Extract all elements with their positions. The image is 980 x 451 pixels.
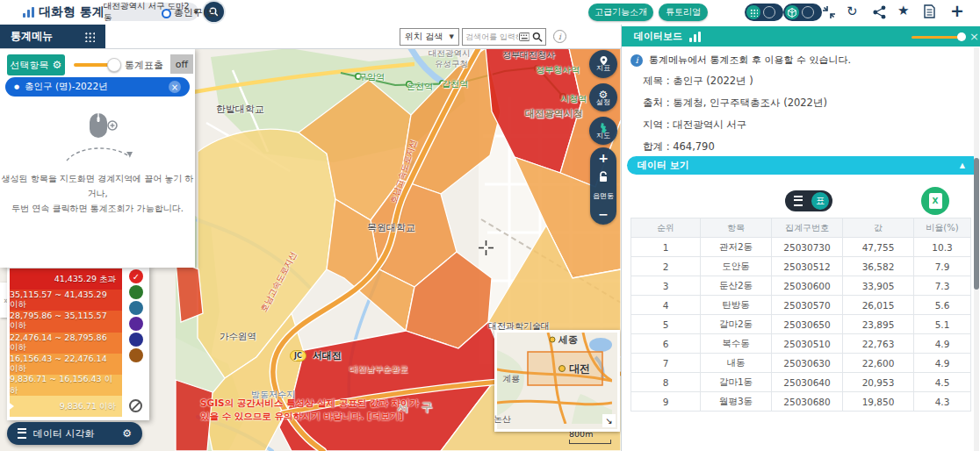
table-row[interactable]: 1관저2동2503073047,75510.3 <box>631 238 971 257</box>
advanced-features-button[interactable]: 고급기능소개 <box>588 4 653 21</box>
zoom-in-button[interactable]: + <box>598 153 609 163</box>
search-placeholder: 검색어를 입력해주세요 <box>465 32 518 43</box>
list-icon <box>18 428 26 439</box>
map-disclaimer: SGIS의 공간서비스 특성상 실제 공표된 값과 차이가 있을 수 있으므로 … <box>200 397 419 423</box>
databoard-header: 데이터보드 × <box>622 26 980 47</box>
map-label-gov-complex: 정부대전청사 <box>502 49 555 61</box>
list-table-toggle[interactable]: 표 <box>785 190 832 211</box>
map-scale-bar <box>569 440 611 444</box>
gear-icon: ⚙ <box>122 428 132 439</box>
map-label-hanbat-univ: 한밭대학교 <box>216 103 264 116</box>
minimap-label-sejong: 세종 <box>558 333 578 347</box>
table-row[interactable]: 6복수동2503051022,7634.9 <box>631 334 971 354</box>
add-icon[interactable]: + <box>950 1 964 20</box>
minimap-collapse-button[interactable]: ↘ <box>602 414 616 427</box>
minimap-label-gyeryong: 계룡 <box>502 373 520 385</box>
menu-grid-icon <box>84 32 95 42</box>
table-row[interactable]: 4탄방동2503057026,0155.6 <box>631 296 971 315</box>
excel-download-button[interactable]: X <box>921 187 949 215</box>
search-input[interactable]: 검색어를 입력해주세요 <box>462 28 546 46</box>
map-label-mokwon-univ: 목원대학교 <box>367 221 415 234</box>
selected-items-button[interactable]: 선택항목 ⚙ <box>7 54 65 75</box>
palette-navy[interactable] <box>129 333 143 347</box>
chevron-down-icon: ▼ <box>450 33 454 40</box>
current-indicator-label: 총인구(명) <box>174 6 220 19</box>
table-row[interactable]: 5갈마2동2503065023,8955.1 <box>631 315 971 334</box>
map-label-oncheon-station: 온천역 <box>407 81 433 93</box>
minimap[interactable]: 세종 대전 계룡 논산 ↘ <box>494 330 620 432</box>
top-header: 대화형 통계지도 대전광역시 서구 도마2동 ▼ 고급기능소개 튜토리얼 ↻ ★… <box>0 0 980 25</box>
legend-class-6[interactable]: 9,836.71 ~ 16,156.43 이하 <box>10 375 122 396</box>
zoom-out-button[interactable]: − <box>598 209 609 219</box>
map-indicator-button[interactable]: 지표 <box>589 50 617 78</box>
legend-class-2[interactable]: 35,115.57 ~ 41,435.29 이하 <box>10 290 122 311</box>
legend-class-3[interactable]: 28,795.86 ~ 35,115.57 이하 <box>10 311 122 332</box>
map-label-seodaejeon-jc: 서대전 <box>313 349 342 362</box>
opacity-slider-knob[interactable] <box>107 58 121 72</box>
table-header-row: 순위 항목 집계구번호 값 비율(%) <box>631 218 971 238</box>
zoom-level-label: 읍면동 <box>593 191 614 201</box>
stat-display-toggle[interactable]: off <box>170 54 193 74</box>
map-label-guam-station: 구암역 <box>358 71 385 83</box>
no-color-icon[interactable] <box>129 399 142 412</box>
indicator-radio[interactable] <box>162 9 171 18</box>
databoard-panel: 데이터보드 × i 통계메뉴에서 통계조회 후 이용할 수 있습니다. 제목 :… <box>621 25 980 451</box>
drag-mouse-illustration <box>58 111 139 166</box>
palette-purple[interactable] <box>129 317 143 331</box>
table-row[interactable]: 2도안동2503051236,5827.9 <box>631 257 971 276</box>
zoom-control[interactable]: + 읍면동 − <box>590 147 616 225</box>
palette-red-selected[interactable]: ✓ <box>129 269 143 283</box>
info-icon[interactable]: i <box>553 30 566 43</box>
remove-item-icon[interactable]: × <box>169 81 181 93</box>
databoard-notice: i 통계메뉴에서 통계조회 후 이용할 수 있습니다. <box>631 54 851 67</box>
map-basemap-button[interactable]: 지도 <box>589 117 617 145</box>
table-row[interactable]: 8갈마1동2503064020,9534.5 <box>631 373 971 392</box>
chart-icon <box>689 32 702 42</box>
app-logo-icon <box>23 7 35 18</box>
panel-width-slider[interactable] <box>912 36 962 39</box>
info-icon: i <box>631 54 643 67</box>
choropleth-legend: 41,435.29 초과 35,115.57 ~ 41,435.29 이하 28… <box>7 266 149 420</box>
table-row[interactable]: 7내동2503063022,6004.9 <box>631 354 971 373</box>
tutorial-button[interactable]: 튜토리얼 <box>659 4 708 21</box>
stats-table: 순위 항목 집계구번호 값 비율(%) 1관저2동2503073047,7551… <box>631 218 971 412</box>
search-category-select[interactable]: 위치 검색 ▼ <box>400 28 459 46</box>
report-document-icon[interactable] <box>924 4 935 18</box>
scrollbar-thumb[interactable] <box>974 158 979 290</box>
map-3d-toggle[interactable] <box>783 4 822 21</box>
data-visualize-button[interactable]: 데이터 시각화 ⚙ <box>7 422 142 445</box>
refresh-icon[interactable]: ↻ <box>847 4 858 19</box>
keyboard-icon[interactable] <box>519 32 530 41</box>
table-mode-badge: 표 <box>811 192 829 210</box>
map-label-cityhall: 대전광역시청 <box>525 107 583 120</box>
palette-green[interactable] <box>129 285 143 299</box>
palette-blue[interactable] <box>129 301 143 315</box>
map-settings-button[interactable]: ⚙ 설정 <box>589 83 617 111</box>
collapse-screen-icon[interactable] <box>822 5 836 19</box>
map-2d-toggle[interactable] <box>745 4 783 21</box>
excel-icon: X <box>929 193 942 209</box>
meta-total: 합계 : 464,790 <box>643 140 715 154</box>
data-view-header[interactable]: 데이터 보기 ▲ <box>627 156 976 175</box>
legend-class-7[interactable]: 9,836.71 이하 <box>10 396 122 417</box>
map-label-cityhall-station: 시청역 <box>560 93 587 105</box>
palette-brown[interactable] <box>129 348 143 362</box>
panel-width-slider-knob[interactable] <box>957 32 966 41</box>
legend-class-1[interactable]: 41,435.29 초과 <box>10 268 122 290</box>
table-row[interactable]: 3둔산2동2503060033,9057.3 <box>631 276 971 296</box>
legend-class-4[interactable]: 22,476.14 ~ 28,795.86 이하 <box>10 333 122 354</box>
stats-menu-button[interactable]: 통계메뉴 <box>0 25 105 48</box>
active-stat-item[interactable]: ● 총인구 (명)-2022년 × <box>5 77 190 97</box>
map-label-jc-badge: JC <box>290 350 306 362</box>
legend-class-5[interactable]: 16,156.43 ~ 22,476.14 이하 <box>10 354 122 375</box>
minimap-label-daejeon: 대전 <box>569 362 590 376</box>
unlock-icon[interactable] <box>598 171 609 183</box>
table-row[interactable]: 9월평3동2503068019,8504.3 <box>631 392 971 412</box>
minimap-label-nonsan: 논산 <box>494 413 511 426</box>
map-label-gasuwon-station: 가수원역 <box>220 331 256 343</box>
share-icon[interactable] <box>873 5 886 19</box>
search-icon[interactable] <box>532 32 543 42</box>
map-label-yuseong-gu-line2: 유성구청 <box>435 59 468 70</box>
close-icon[interactable]: × <box>969 30 979 43</box>
bookmark-star-icon[interactable]: ★ <box>897 3 909 18</box>
